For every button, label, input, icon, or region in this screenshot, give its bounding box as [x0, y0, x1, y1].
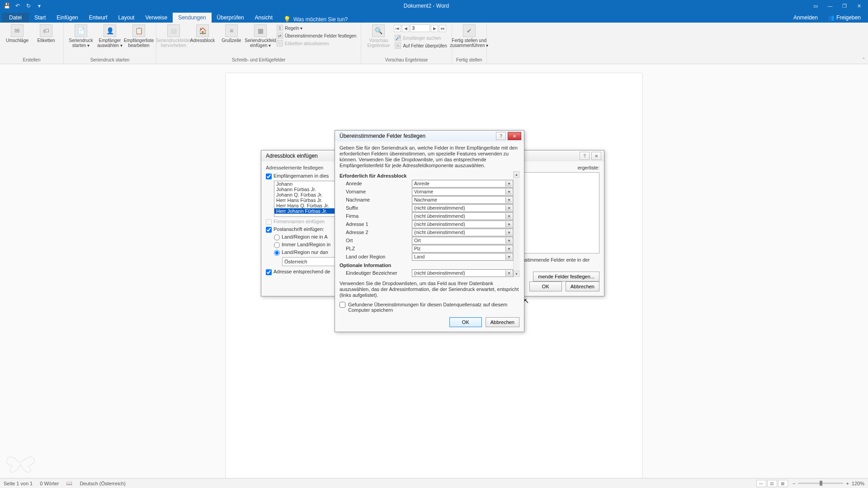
- address-block-label: Adressblock: [190, 38, 215, 43]
- radio-country-always[interactable]: [274, 242, 280, 248]
- read-mode-icon[interactable]: ▭: [756, 480, 766, 487]
- zoom-slider[interactable]: [798, 483, 843, 484]
- match-fields-button[interactable]: ⇄Übereinstimmende Felder festlegen: [276, 32, 357, 39]
- dialog-close-icon[interactable]: ✕: [508, 132, 521, 140]
- close-icon[interactable]: ✕: [852, 1, 866, 10]
- edit-recipients-icon: 📋: [132, 24, 145, 37]
- checkbox-format[interactable]: [266, 269, 272, 275]
- field-select[interactable]: Ort▾: [412, 237, 513, 244]
- status-words[interactable]: 0 Wörter: [40, 481, 59, 486]
- mailmerge-icon: 📄: [75, 24, 87, 37]
- ok-button[interactable]: OK: [449, 317, 482, 327]
- greeting-line-button[interactable]: ≡Grußzeile: [218, 23, 245, 44]
- radio-country-never[interactable]: [274, 235, 280, 240]
- checkbox-remember[interactable]: [340, 302, 345, 308]
- save-icon[interactable]: 💾: [2, 1, 12, 10]
- scroll-track[interactable]: [514, 178, 519, 271]
- label-postal: Postanschrift einfügen:: [274, 226, 324, 232]
- radio-country-only[interactable]: [274, 250, 280, 256]
- finish-merge-button[interactable]: ✔Fertig stellen und zusammenführen ▾: [456, 23, 483, 49]
- field-select[interactable]: Nachname▾: [412, 196, 513, 204]
- share-button[interactable]: 👥Freigeben: [824, 13, 864, 23]
- field-select[interactable]: Vorname▾: [412, 188, 513, 196]
- minimize-icon[interactable]: —: [823, 1, 837, 10]
- qat-more-icon[interactable]: ▾: [34, 1, 44, 10]
- maximize-icon[interactable]: ❐: [837, 1, 852, 10]
- rules-button[interactable]: §Regeln ▾: [276, 24, 357, 32]
- label-format: Adresse entsprechend de: [274, 269, 330, 274]
- cancel-button[interactable]: Abbrechen: [566, 282, 599, 291]
- envelopes-button[interactable]: ✉Umschläge: [4, 23, 31, 44]
- address-block-icon: 🏠: [196, 24, 209, 37]
- field-select[interactable]: (nicht übereinstimmend)▾: [412, 221, 513, 228]
- status-page[interactable]: Seite 1 von 1: [4, 481, 33, 486]
- tab-references[interactable]: Verweise: [140, 13, 173, 23]
- prev-record-icon[interactable]: ◀: [402, 25, 409, 32]
- checkbox-insert-name[interactable]: [266, 174, 272, 179]
- tab-file[interactable]: Datei: [2, 13, 29, 23]
- country-value: Österreich: [284, 259, 307, 264]
- start-mailmerge-button[interactable]: 📄Seriendruck starten ▾: [67, 23, 94, 49]
- ok-button[interactable]: OK: [529, 282, 562, 291]
- preview-results-button: 🔍Vorschau Ergebnisse: [365, 23, 392, 49]
- field-label: Eindeutiger Bezeichner: [340, 270, 412, 276]
- redo-icon[interactable]: ↻: [24, 1, 33, 10]
- envelopes-label: Umschläge: [6, 38, 28, 43]
- update-labels-label: Etiketten aktualisieren: [285, 41, 329, 46]
- web-layout-icon[interactable]: ▦: [778, 480, 788, 487]
- dialog-help-icon[interactable]: ?: [580, 152, 590, 160]
- next-record-icon[interactable]: ▶: [431, 25, 438, 32]
- zoom-thumb[interactable]: [820, 481, 822, 486]
- edit-recipients-button[interactable]: 📋Empfängerliste bearbeiten: [125, 23, 152, 49]
- cancel-button[interactable]: Abbrechen: [486, 317, 519, 327]
- address-block-button[interactable]: 🏠Adressblock: [189, 23, 216, 44]
- ribbon-display-options-icon[interactable]: ▭: [808, 1, 823, 10]
- record-number-input[interactable]: 3: [410, 24, 430, 32]
- tellme-search[interactable]: 💡 Was möchten Sie tun?: [283, 16, 348, 23]
- dialog-close-icon[interactable]: ✕: [591, 152, 601, 160]
- merge-field-icon: ▦: [254, 24, 267, 37]
- field-select[interactable]: (nicht übereinstimmend)▾: [412, 212, 513, 220]
- status-language[interactable]: Deutsch (Österreich): [80, 481, 125, 486]
- field-label: Suffix: [340, 205, 412, 211]
- collapse-ribbon-icon[interactable]: ⌃: [862, 57, 865, 62]
- field-select[interactable]: Anrede▾: [412, 180, 513, 188]
- tab-layout[interactable]: Layout: [113, 13, 140, 23]
- field-map-row: OrtOrt▾: [340, 236, 513, 244]
- last-record-icon[interactable]: ⏭: [439, 25, 446, 32]
- field-select[interactable]: (nicht übereinstimmend)▾: [412, 229, 513, 236]
- labels-button[interactable]: 🏷Etiketten: [33, 23, 60, 44]
- find-recipient-icon: 🔎: [395, 35, 401, 41]
- scroll-down-icon[interactable]: ▼: [514, 271, 519, 277]
- zoom-value[interactable]: 120%: [852, 481, 864, 486]
- chevron-down-icon: ▾: [505, 230, 512, 235]
- field-select-value: Ort: [414, 238, 421, 243]
- checkbox-postal[interactable]: [266, 227, 272, 233]
- zoom-out-icon[interactable]: −: [793, 481, 795, 486]
- field-label: Firma: [340, 213, 412, 219]
- first-record-icon[interactable]: ⏮: [394, 25, 401, 32]
- insert-merge-field-button[interactable]: ▦Seriendruckfeld einfügen ▾: [247, 23, 274, 49]
- field-select[interactable]: Plz▾: [412, 245, 513, 253]
- print-layout-icon[interactable]: ▤: [767, 480, 777, 487]
- scroll-up-icon[interactable]: ▲: [514, 171, 519, 178]
- tab-design[interactable]: Entwurf: [84, 13, 113, 23]
- tab-mailings[interactable]: Sendungen: [173, 13, 211, 23]
- field-select[interactable]: (nicht übereinstimmend)▾: [412, 269, 513, 277]
- dialog-titlebar[interactable]: Übereinstimmende Felder festlegen ? ✕: [335, 131, 524, 141]
- check-errors-button[interactable]: ⚠Auf Fehler überprüfen: [394, 42, 448, 49]
- tab-view[interactable]: Ansicht: [250, 13, 278, 23]
- zoom-in-icon[interactable]: +: [846, 481, 849, 486]
- tab-insert[interactable]: Einfügen: [51, 13, 83, 23]
- tab-home[interactable]: Start: [29, 13, 51, 23]
- status-spellcheck-icon[interactable]: 📖: [66, 480, 72, 486]
- field-select[interactable]: (nicht übereinstimmend)▾: [412, 204, 513, 212]
- match-fields-button[interactable]: mende Felder festlegen...: [533, 272, 599, 282]
- tab-review[interactable]: Überprüfen: [212, 13, 250, 23]
- undo-icon[interactable]: ↶: [13, 1, 23, 10]
- select-recipients-button[interactable]: 👤Empfänger auswählen ▾: [96, 23, 123, 49]
- field-select[interactable]: Land▾: [412, 253, 513, 261]
- dialog-help-icon[interactable]: ?: [496, 132, 506, 140]
- scrollbar[interactable]: ▲ ▼: [513, 171, 519, 277]
- signin-button[interactable]: Anmelden: [790, 13, 821, 23]
